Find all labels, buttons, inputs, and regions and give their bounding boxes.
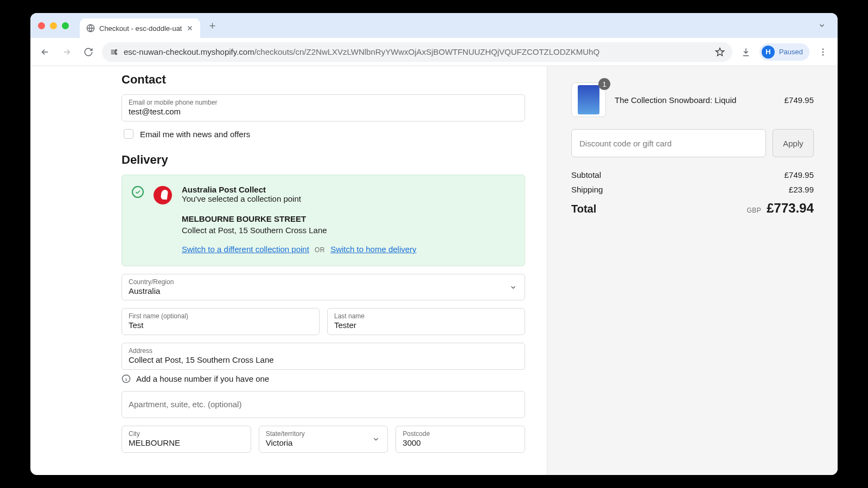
reload-icon — [84, 47, 93, 57]
apartment-input[interactable] — [129, 400, 518, 409]
first-name-input[interactable] — [129, 320, 312, 330]
svg-point-6 — [822, 54, 824, 55]
country-select[interactable]: Country/Region Australia — [122, 274, 525, 300]
address-hint: Add a house number if you have one — [122, 374, 525, 383]
first-name-label: First name (optional) — [129, 312, 312, 320]
contact-heading: Contact — [122, 73, 525, 87]
item-name: The Collection Snowboard: Liquid — [615, 95, 776, 105]
subtotal-line: Subtotal £749.95 — [571, 170, 814, 179]
collection-location-name: MELBOURNE BOURKE STREET — [182, 214, 515, 223]
plus-icon — [208, 22, 216, 30]
discount-input[interactable] — [571, 129, 766, 157]
downloads-button[interactable] — [738, 44, 754, 60]
switch-collection-point-link[interactable]: Switch to a different collection point — [182, 245, 309, 254]
tab-dropdown-button[interactable] — [814, 17, 830, 34]
country-value: Australia — [129, 286, 518, 296]
address-label: Address — [129, 347, 518, 355]
svg-point-5 — [822, 51, 824, 53]
email-input[interactable] — [129, 107, 518, 116]
close-tab-icon[interactable] — [186, 24, 194, 32]
svg-point-3 — [116, 53, 117, 55]
collection-links: Switch to a different collection point O… — [182, 245, 515, 254]
subtotal-value: £749.95 — [784, 170, 814, 179]
email-label: Email or mobile phone number — [129, 99, 518, 106]
shipping-label: Shipping — [571, 185, 603, 194]
browser-tab[interactable]: Checkout - esc-doddle-uat — [80, 18, 200, 38]
browser-window: Checkout - esc-doddle-uat esc-nuwan-chec… — [30, 13, 838, 475]
snowboard-image — [578, 85, 599, 114]
state-label: State/territory — [266, 430, 381, 438]
svg-point-2 — [114, 51, 116, 53]
arrow-right-icon — [62, 47, 72, 57]
svg-point-1 — [116, 49, 117, 51]
chevron-down-icon — [372, 435, 380, 443]
total-label: Total — [571, 203, 596, 215]
last-name-input[interactable] — [334, 320, 518, 330]
chevron-down-icon — [818, 22, 826, 29]
star-icon[interactable] — [715, 47, 725, 57]
state-value: Victoria — [266, 438, 381, 447]
minimize-window-icon[interactable] — [50, 22, 57, 29]
city-input[interactable] — [129, 438, 244, 447]
checkout-form: Contact Email or mobile phone number Ema… — [30, 66, 547, 475]
page-content: Contact Email or mobile phone number Ema… — [30, 66, 838, 475]
new-tab-button[interactable] — [205, 18, 220, 33]
last-name-field[interactable]: Last name — [327, 308, 525, 335]
or-separator: OR — [315, 246, 325, 254]
postcode-label: Postcode — [403, 430, 518, 438]
arrow-left-icon — [40, 47, 50, 57]
site-settings-icon[interactable] — [110, 48, 118, 56]
window-controls — [38, 22, 69, 29]
total-currency: GBP — [746, 207, 761, 214]
apply-button[interactable]: Apply — [773, 129, 814, 157]
auspost-logo-icon — [154, 186, 172, 204]
chevron-down-icon — [509, 284, 517, 291]
city-label: City — [129, 430, 244, 438]
delivery-heading: Delivery — [122, 153, 525, 167]
collection-point-box: Australia Post Collect You've selected a… — [122, 175, 525, 266]
item-thumbnail: 1 — [571, 82, 606, 117]
browser-menu-button[interactable] — [815, 44, 831, 60]
info-icon — [122, 374, 131, 383]
apartment-field[interactable] — [122, 391, 525, 418]
check-circle-icon — [132, 186, 144, 198]
state-select[interactable]: State/territory Victoria — [259, 426, 388, 453]
shipping-value: £23.99 — [789, 185, 814, 194]
tab-bar: Checkout - esc-doddle-uat — [30, 13, 838, 38]
address-hint-text: Add a house number if you have one — [136, 374, 269, 383]
svg-point-4 — [822, 48, 824, 50]
postcode-field[interactable]: Postcode — [395, 426, 525, 453]
profile-status: Paused — [779, 48, 803, 56]
country-label: Country/Region — [129, 278, 518, 286]
switch-home-delivery-link[interactable]: Switch to home delivery — [330, 245, 416, 254]
city-field[interactable]: City — [122, 426, 251, 453]
address-input[interactable] — [129, 355, 518, 364]
close-window-icon[interactable] — [38, 22, 45, 29]
last-name-label: Last name — [334, 312, 518, 320]
collection-location-address: Collect at Post, 15 Southern Cross Lane — [182, 226, 515, 235]
back-button[interactable] — [37, 44, 53, 60]
globe-icon — [86, 24, 95, 33]
forward-button[interactable] — [59, 44, 75, 60]
subscribe-checkbox[interactable] — [124, 129, 133, 139]
address-field[interactable]: Address — [122, 343, 525, 370]
maximize-window-icon[interactable] — [62, 22, 69, 29]
url-text: esc-nuwan-checkout.myshopify.com/checkou… — [124, 47, 710, 56]
collection-subtitle: You've selected a collection point — [182, 194, 515, 203]
subscribe-row[interactable]: Email me with news and offers — [122, 129, 525, 139]
address-bar[interactable]: esc-nuwan-checkout.myshopify.com/checkou… — [102, 42, 732, 62]
item-price: £749.95 — [784, 95, 814, 105]
reload-button[interactable] — [80, 44, 97, 60]
profile-chip[interactable]: H Paused — [760, 43, 809, 61]
profile-avatar: H — [762, 46, 775, 59]
discount-row: Apply — [571, 129, 814, 157]
order-summary: 1 The Collection Snowboard: Liquid £749.… — [547, 66, 838, 475]
cart-item-row: 1 The Collection Snowboard: Liquid £749.… — [571, 82, 814, 117]
collection-provider: Australia Post Collect — [182, 185, 515, 194]
shipping-line: Shipping £23.99 — [571, 185, 814, 194]
postcode-input[interactable] — [403, 438, 518, 447]
first-name-field[interactable]: First name (optional) — [122, 308, 320, 335]
item-qty-badge: 1 — [598, 78, 610, 90]
subtotal-label: Subtotal — [571, 170, 601, 179]
email-field[interactable]: Email or mobile phone number — [122, 94, 525, 121]
